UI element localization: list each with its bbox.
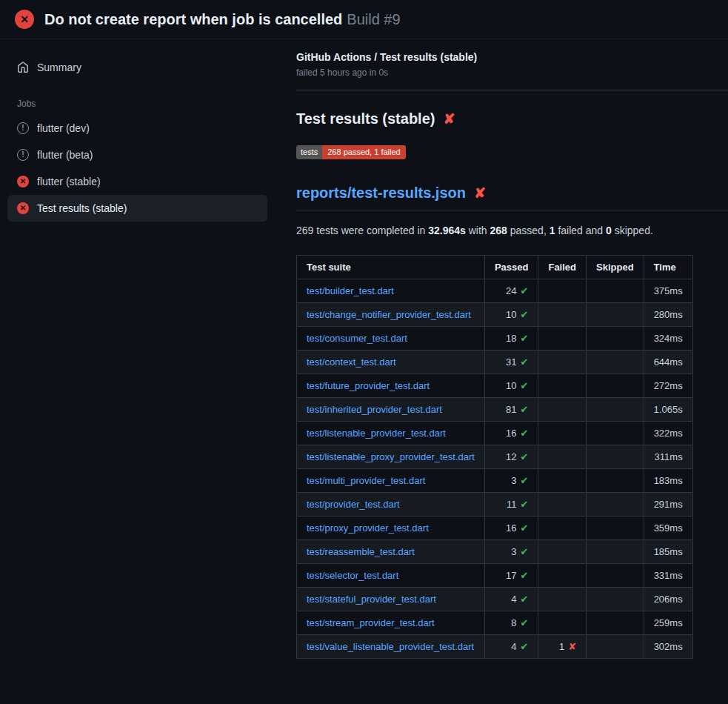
sidebar-item-flutter-stable[interactable]: ✕flutter (stable) bbox=[7, 168, 267, 195]
table-row: test/provider_test.dart11✔291ms bbox=[297, 493, 693, 517]
count-value: 16 bbox=[506, 522, 516, 534]
table-row: test/context_test.dart31✔644ms bbox=[297, 351, 693, 374]
skipped-cell bbox=[587, 398, 644, 422]
summary-text: 269 tests were completed in bbox=[296, 225, 428, 236]
test-suite-cell: test/selector_test.dart bbox=[297, 564, 485, 588]
table-row: test/consumer_test.dart18✔324ms bbox=[297, 327, 693, 351]
summary-failed-count: 1 bbox=[550, 225, 555, 236]
results-table: Test suite Passed Failed Skipped Time te… bbox=[296, 255, 693, 659]
table-row: test/value_listenable_provider_test.dart… bbox=[297, 635, 693, 659]
time-cell: 185ms bbox=[644, 540, 692, 564]
table-row: test/change_notifier_provider_test.dart1… bbox=[297, 303, 693, 327]
test-summary-line: 269 tests were completed in 32.964s with… bbox=[296, 225, 728, 236]
sidebar-item-summary[interactable]: Summary bbox=[7, 54, 267, 81]
table-row: test/stateful_provider_test.dart4✔206ms bbox=[297, 588, 693, 611]
test-suite-link[interactable]: test/proxy_provider_test.dart bbox=[307, 522, 429, 534]
run-title: Do not create report when job is cancell… bbox=[44, 11, 342, 27]
test-suite-link[interactable]: test/listenable_provider_test.dart bbox=[307, 428, 446, 439]
summary-text: skipped. bbox=[612, 225, 653, 236]
passed-cell: 16✔ bbox=[484, 517, 538, 540]
sidebar-item-flutter-dev[interactable]: !flutter (dev) bbox=[7, 115, 267, 142]
test-suite-cell: test/stream_provider_test.dart bbox=[297, 611, 485, 635]
skipped-cell bbox=[587, 517, 644, 540]
test-suite-link[interactable]: test/selector_test.dart bbox=[307, 570, 398, 581]
time-cell: 359ms bbox=[644, 517, 692, 540]
failed-x-icon: ✘ bbox=[474, 186, 486, 200]
test-suite-link[interactable]: test/future_provider_test.dart bbox=[307, 380, 430, 391]
count-value: 1 bbox=[559, 641, 564, 652]
time-cell: 291ms bbox=[644, 493, 692, 517]
sidebar-item-label: Test results (stable) bbox=[37, 202, 127, 214]
time-cell: 375ms bbox=[644, 279, 692, 303]
sidebar: Summary Jobs !flutter (dev)!flutter (bet… bbox=[7, 39, 267, 222]
failed-cell bbox=[538, 327, 587, 351]
failed-cell bbox=[538, 517, 587, 540]
sidebar-jobs: !flutter (dev)!flutter (beta)✕flutter (s… bbox=[7, 115, 267, 222]
failed-cell bbox=[538, 588, 587, 611]
build-number: Build #9 bbox=[347, 11, 400, 27]
failed-cell bbox=[538, 422, 587, 445]
test-suite-link[interactable]: test/change_notifier_provider_test.dart bbox=[307, 309, 471, 320]
test-suite-link[interactable]: test/consumer_test.dart bbox=[307, 333, 407, 344]
table-row: test/inherited_provider_test.dart81✔1.06… bbox=[297, 398, 693, 422]
passed-cell: 11✔ bbox=[484, 493, 538, 517]
check-icon: ✔ bbox=[521, 428, 529, 439]
check-icon: ✔ bbox=[521, 451, 529, 462]
test-suite-cell: test/listenable_proxy_provider_test.dart bbox=[297, 445, 485, 469]
header-divider bbox=[296, 90, 728, 90]
skipped-cell bbox=[587, 611, 644, 635]
sidebar-item-label: flutter (beta) bbox=[37, 149, 93, 161]
check-icon: ✔ bbox=[521, 356, 529, 368]
failed-cell bbox=[538, 469, 587, 493]
sidebar-item-flutter-beta[interactable]: !flutter (beta) bbox=[7, 142, 267, 168]
failed-x-icon: ✘ bbox=[443, 112, 455, 126]
passed-cell: 3✔ bbox=[484, 469, 538, 493]
passed-cell: 16✔ bbox=[484, 422, 538, 445]
table-row: test/stream_provider_test.dart8✔259ms bbox=[297, 611, 693, 635]
test-suite-link[interactable]: test/context_test.dart bbox=[307, 356, 396, 368]
check-icon: ✔ bbox=[521, 594, 529, 605]
test-suite-link[interactable]: test/builder_test.dart bbox=[307, 285, 394, 296]
test-suite-link[interactable]: test/value_listenable_provider_test.dart bbox=[307, 641, 474, 652]
test-suite-link[interactable]: test/provider_test.dart bbox=[307, 499, 400, 510]
test-suite-link[interactable]: test/stateful_provider_test.dart bbox=[307, 594, 436, 605]
test-suite-link[interactable]: test/reassemble_test.dart bbox=[307, 546, 415, 557]
run-meta: failed 5 hours ago in 0s bbox=[296, 67, 728, 78]
neutral-status-icon: ! bbox=[17, 149, 29, 161]
time-cell: 280ms bbox=[644, 303, 692, 327]
table-row: test/builder_test.dart24✔375ms bbox=[297, 279, 693, 303]
test-suite-cell: test/listenable_provider_test.dart bbox=[297, 422, 485, 445]
test-suite-cell: test/builder_test.dart bbox=[297, 279, 485, 303]
test-suite-link[interactable]: test/inherited_provider_test.dart bbox=[307, 404, 442, 415]
test-suite-link[interactable]: test/stream_provider_test.dart bbox=[307, 617, 435, 628]
col-header-time: Time bbox=[644, 256, 692, 279]
check-icon: ✔ bbox=[521, 404, 529, 415]
passed-cell: 10✔ bbox=[484, 303, 538, 327]
failed-cell bbox=[538, 564, 587, 588]
report-file-link[interactable]: reports/test-results.json bbox=[296, 185, 466, 202]
badge-label: tests bbox=[296, 145, 322, 159]
time-cell: 322ms bbox=[644, 422, 692, 445]
test-suite-cell: test/value_listenable_provider_test.dart bbox=[297, 635, 485, 659]
sidebar-item-label: flutter (stable) bbox=[37, 176, 101, 187]
test-suite-cell: test/consumer_test.dart bbox=[297, 327, 485, 351]
time-cell: 259ms bbox=[644, 611, 692, 635]
summary-text: failed and bbox=[555, 225, 607, 236]
test-suite-link[interactable]: test/listenable_proxy_provider_test.dart bbox=[307, 451, 475, 462]
count-value: 16 bbox=[506, 428, 516, 439]
skipped-cell bbox=[587, 588, 644, 611]
table-row: test/listenable_proxy_provider_test.dart… bbox=[297, 445, 693, 469]
failed-cell bbox=[538, 398, 587, 422]
count-value: 3 bbox=[511, 546, 516, 557]
table-row: test/selector_test.dart17✔331ms bbox=[297, 564, 693, 588]
col-header-test-suite: Test suite bbox=[297, 256, 485, 279]
test-suite-link[interactable]: test/multi_provider_test.dart bbox=[307, 475, 425, 486]
sidebar-item-test-results-stable[interactable]: ✕Test results (stable) bbox=[7, 195, 267, 222]
cross-icon: ✘ bbox=[568, 641, 576, 652]
test-suite-cell: test/stateful_provider_test.dart bbox=[297, 588, 485, 611]
summary-passed-count: 268 bbox=[490, 225, 507, 236]
failed-cell bbox=[538, 279, 587, 303]
count-value: 24 bbox=[506, 285, 516, 296]
col-header-skipped: Skipped bbox=[587, 256, 644, 279]
skipped-cell bbox=[587, 279, 644, 303]
